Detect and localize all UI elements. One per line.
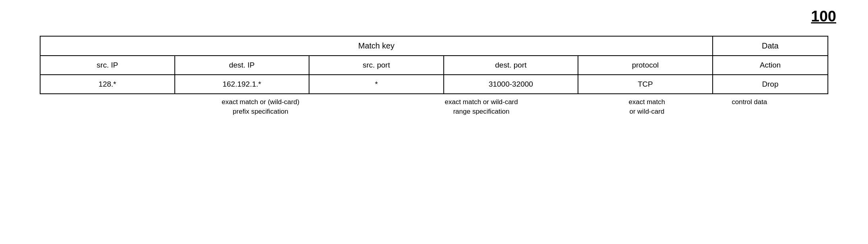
action-header: Action (713, 56, 828, 75)
dest-port-header: dest. port (444, 56, 578, 75)
table-header-row-2: src. IP dest. IP src. port dest. port pr… (40, 56, 828, 75)
dest-ip-header: dest. IP (175, 56, 309, 75)
table-header-row-1: Match key Data (40, 36, 828, 56)
src-ip-value: 128.* (40, 75, 175, 94)
page-container: 100 Match key Data src. IP dest. IP src.… (0, 0, 868, 244)
figure-number: 100 (811, 8, 836, 25)
table-row: 128.* 162.192.1.* * 31000-32000 TCP Drop (40, 75, 828, 94)
src-ip-header: src. IP (40, 56, 175, 75)
protocol-header: protocol (578, 56, 713, 75)
annotation-control: control data (702, 97, 796, 107)
src-port-header: src. port (309, 56, 444, 75)
annotation-protocol: exact match or wild-card (592, 97, 702, 116)
data-header: Data (713, 36, 828, 56)
main-table: Match key Data src. IP dest. IP src. por… (40, 36, 828, 94)
protocol-value: TCP (578, 75, 713, 94)
annotation-src-dest-port: exact match or wild-card range specifica… (371, 97, 592, 116)
dest-port-value: 31000-32000 (444, 75, 578, 94)
src-port-value: * (309, 75, 444, 94)
diagram-container: Match key Data src. IP dest. IP src. por… (40, 36, 828, 116)
dest-ip-value: 162.192.1.* (175, 75, 309, 94)
annotations-row: exact match or (wild-card) prefix specif… (40, 97, 828, 116)
action-value: Drop (713, 75, 828, 94)
annotation-src-dest-ip: exact match or (wild-card) prefix specif… (150, 97, 371, 116)
match-key-header: Match key (40, 36, 713, 56)
